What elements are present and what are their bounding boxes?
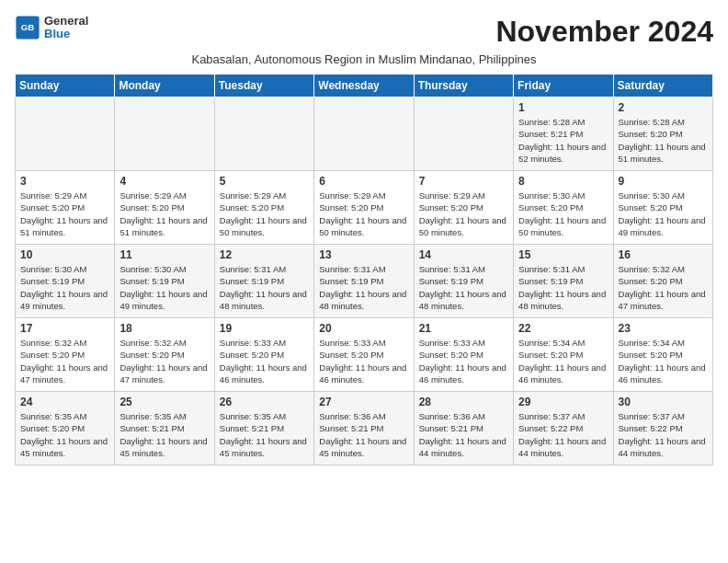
day-cell: 28Sunrise: 5:36 AM Sunset: 5:21 PM Dayli… — [414, 392, 513, 465]
day-number: 21 — [419, 322, 508, 335]
header-sunday: Sunday — [16, 75, 115, 98]
header-friday: Friday — [514, 75, 613, 98]
day-cell: 23Sunrise: 5:34 AM Sunset: 5:20 PM Dayli… — [613, 318, 712, 392]
day-info: Sunrise: 5:29 AM Sunset: 5:20 PM Dayligh… — [20, 190, 109, 238]
logo-blue: Blue — [44, 28, 88, 40]
day-cell: 9Sunrise: 5:30 AM Sunset: 5:20 PM Daylig… — [613, 171, 712, 245]
day-number: 14 — [419, 248, 508, 261]
day-number: 16 — [619, 248, 708, 261]
day-cell: 19Sunrise: 5:33 AM Sunset: 5:20 PM Dayli… — [214, 318, 313, 392]
day-info: Sunrise: 5:29 AM Sunset: 5:20 PM Dayligh… — [119, 190, 209, 238]
day-info: Sunrise: 5:33 AM Sunset: 5:20 PM Dayligh… — [220, 337, 309, 385]
day-number: 26 — [220, 396, 309, 408]
calendar-header-row: SundayMondayTuesdayWednesdayThursdayFrid… — [16, 75, 713, 98]
week-row-5: 24Sunrise: 5:35 AM Sunset: 5:20 PM Dayli… — [16, 392, 713, 465]
day-number: 15 — [518, 248, 608, 261]
page-header: GB General Blue November 2024 — [15, 15, 713, 49]
day-number: 25 — [119, 396, 209, 408]
day-cell: 29Sunrise: 5:37 AM Sunset: 5:22 PM Dayli… — [514, 392, 613, 465]
day-number: 17 — [20, 322, 109, 335]
day-info: Sunrise: 5:35 AM Sunset: 5:21 PM Dayligh… — [119, 410, 209, 459]
day-cell: 10Sunrise: 5:30 AM Sunset: 5:19 PM Dayli… — [16, 245, 115, 318]
day-info: Sunrise: 5:30 AM Sunset: 5:20 PM Dayligh… — [619, 190, 708, 238]
day-cell: 18Sunrise: 5:32 AM Sunset: 5:20 PM Dayli… — [115, 318, 214, 392]
day-number: 7 — [419, 175, 508, 188]
day-number: 19 — [220, 322, 309, 335]
day-info: Sunrise: 5:29 AM Sunset: 5:20 PM Dayligh… — [319, 190, 408, 238]
day-info: Sunrise: 5:28 AM Sunset: 5:20 PM Dayligh… — [619, 116, 708, 165]
header-tuesday: Tuesday — [214, 75, 313, 98]
day-cell: 7Sunrise: 5:29 AM Sunset: 5:20 PM Daylig… — [414, 171, 513, 245]
day-cell: 26Sunrise: 5:35 AM Sunset: 5:21 PM Dayli… — [214, 392, 313, 465]
day-cell: 22Sunrise: 5:34 AM Sunset: 5:20 PM Dayli… — [514, 318, 613, 392]
header-wednesday: Wednesday — [314, 75, 414, 98]
day-number: 12 — [220, 248, 309, 261]
day-info: Sunrise: 5:30 AM Sunset: 5:20 PM Dayligh… — [518, 190, 608, 238]
day-info: Sunrise: 5:32 AM Sunset: 5:20 PM Dayligh… — [619, 263, 708, 312]
day-info: Sunrise: 5:36 AM Sunset: 5:21 PM Dayligh… — [419, 410, 508, 459]
day-cell: 2Sunrise: 5:28 AM Sunset: 5:20 PM Daylig… — [613, 98, 712, 171]
day-cell: 24Sunrise: 5:35 AM Sunset: 5:20 PM Dayli… — [16, 392, 115, 465]
day-number: 1 — [518, 101, 608, 114]
day-number: 8 — [518, 175, 608, 188]
day-number: 13 — [319, 248, 408, 261]
day-cell — [16, 98, 115, 171]
day-cell: 12Sunrise: 5:31 AM Sunset: 5:19 PM Dayli… — [214, 245, 313, 318]
day-info: Sunrise: 5:29 AM Sunset: 5:20 PM Dayligh… — [419, 190, 508, 238]
day-number: 11 — [119, 248, 209, 261]
month-title: November 2024 — [495, 15, 713, 49]
logo-icon: GB — [15, 15, 40, 40]
day-info: Sunrise: 5:37 AM Sunset: 5:22 PM Dayligh… — [518, 410, 608, 459]
week-row-4: 17Sunrise: 5:32 AM Sunset: 5:20 PM Dayli… — [16, 318, 713, 392]
day-cell: 21Sunrise: 5:33 AM Sunset: 5:20 PM Dayli… — [414, 318, 513, 392]
day-info: Sunrise: 5:37 AM Sunset: 5:22 PM Dayligh… — [619, 410, 708, 459]
day-cell: 16Sunrise: 5:32 AM Sunset: 5:20 PM Dayli… — [613, 245, 712, 318]
day-cell: 5Sunrise: 5:29 AM Sunset: 5:20 PM Daylig… — [214, 171, 313, 245]
day-cell: 20Sunrise: 5:33 AM Sunset: 5:20 PM Dayli… — [314, 318, 414, 392]
week-row-2: 3Sunrise: 5:29 AM Sunset: 5:20 PM Daylig… — [16, 171, 713, 245]
day-cell: 8Sunrise: 5:30 AM Sunset: 5:20 PM Daylig… — [514, 171, 613, 245]
day-number: 18 — [119, 322, 209, 335]
day-info: Sunrise: 5:31 AM Sunset: 5:19 PM Dayligh… — [518, 263, 608, 312]
day-number: 30 — [619, 396, 708, 408]
day-number: 29 — [518, 396, 608, 408]
day-cell — [414, 98, 513, 171]
day-number: 9 — [619, 175, 708, 188]
logo-text: General Blue — [44, 15, 88, 41]
day-info: Sunrise: 5:30 AM Sunset: 5:19 PM Dayligh… — [20, 263, 109, 312]
day-number: 27 — [319, 396, 408, 408]
day-number: 10 — [20, 248, 109, 261]
header-thursday: Thursday — [414, 75, 513, 98]
day-info: Sunrise: 5:28 AM Sunset: 5:21 PM Dayligh… — [518, 116, 608, 165]
day-number: 28 — [419, 396, 508, 408]
day-cell: 15Sunrise: 5:31 AM Sunset: 5:19 PM Dayli… — [514, 245, 613, 318]
day-info: Sunrise: 5:31 AM Sunset: 5:19 PM Dayligh… — [319, 263, 408, 312]
day-info: Sunrise: 5:33 AM Sunset: 5:20 PM Dayligh… — [319, 337, 408, 385]
day-info: Sunrise: 5:33 AM Sunset: 5:20 PM Dayligh… — [419, 337, 508, 385]
subtitle: Kabasalan, Autonomous Region in Muslim M… — [15, 52, 713, 66]
day-info: Sunrise: 5:30 AM Sunset: 5:19 PM Dayligh… — [119, 263, 209, 312]
day-cell: 30Sunrise: 5:37 AM Sunset: 5:22 PM Dayli… — [613, 392, 712, 465]
day-info: Sunrise: 5:32 AM Sunset: 5:20 PM Dayligh… — [119, 337, 209, 385]
day-number: 4 — [119, 175, 209, 188]
day-info: Sunrise: 5:31 AM Sunset: 5:19 PM Dayligh… — [419, 263, 508, 312]
day-info: Sunrise: 5:31 AM Sunset: 5:19 PM Dayligh… — [220, 263, 309, 312]
day-cell: 25Sunrise: 5:35 AM Sunset: 5:21 PM Dayli… — [115, 392, 214, 465]
day-cell: 17Sunrise: 5:32 AM Sunset: 5:20 PM Dayli… — [16, 318, 115, 392]
day-info: Sunrise: 5:34 AM Sunset: 5:20 PM Dayligh… — [518, 337, 608, 385]
svg-text:GB: GB — [21, 22, 35, 32]
day-info: Sunrise: 5:36 AM Sunset: 5:21 PM Dayligh… — [319, 410, 408, 459]
day-number: 3 — [20, 175, 109, 188]
day-cell — [214, 98, 313, 171]
day-info: Sunrise: 5:29 AM Sunset: 5:20 PM Dayligh… — [220, 190, 309, 238]
day-info: Sunrise: 5:35 AM Sunset: 5:21 PM Dayligh… — [220, 410, 309, 459]
day-number: 5 — [220, 175, 309, 188]
day-cell: 11Sunrise: 5:30 AM Sunset: 5:19 PM Dayli… — [115, 245, 214, 318]
day-cell: 14Sunrise: 5:31 AM Sunset: 5:19 PM Dayli… — [414, 245, 513, 318]
day-number: 20 — [319, 322, 408, 335]
day-number: 24 — [20, 396, 109, 408]
day-cell: 13Sunrise: 5:31 AM Sunset: 5:19 PM Dayli… — [314, 245, 414, 318]
calendar-table: SundayMondayTuesdayWednesdayThursdayFrid… — [15, 74, 713, 465]
day-cell: 4Sunrise: 5:29 AM Sunset: 5:20 PM Daylig… — [115, 171, 214, 245]
day-cell: 6Sunrise: 5:29 AM Sunset: 5:20 PM Daylig… — [314, 171, 414, 245]
